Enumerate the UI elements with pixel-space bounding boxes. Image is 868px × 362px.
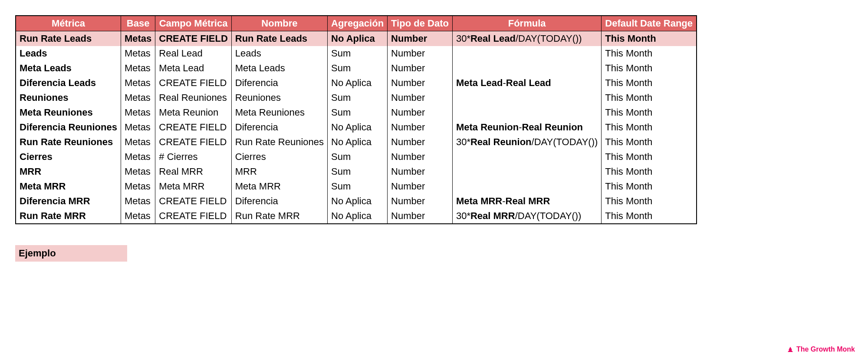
table-header-row: Métrica Base Campo Métrica Nombre Agrega…	[16, 16, 697, 31]
table-row: Meta ReunionesMetasMeta ReunionMeta Reun…	[16, 105, 697, 120]
cell-metrica: Run Rate MRR	[16, 209, 121, 224]
cell-nombre: Diferencia	[231, 120, 327, 135]
cell-metrica: Meta MRR	[16, 179, 121, 194]
cell-base: Metas	[121, 179, 155, 194]
table-row: Run Rate LeadsMetasCREATE FIELDRun Rate …	[16, 31, 697, 46]
table-row: Run Rate ReunionesMetasCREATE FIELDRun R…	[16, 135, 697, 149]
cell-metrica: Meta Leads	[16, 61, 121, 76]
cell-base: Metas	[121, 61, 155, 76]
cell-base: Metas	[121, 194, 155, 209]
table-row: Diferencia ReunionesMetasCREATE FIELDDif…	[16, 120, 697, 135]
cell-base: Metas	[121, 105, 155, 120]
cell-range: This Month	[602, 61, 697, 76]
cell-agregacion: Sum	[328, 46, 388, 61]
cell-tipo: Number	[388, 209, 453, 224]
cell-campo: CREATE FIELD	[155, 194, 231, 209]
cell-tipo: Number	[388, 149, 453, 164]
cell-campo: Meta MRR	[155, 179, 231, 194]
cell-nombre: Diferencia	[231, 76, 327, 90]
cell-tipo: Number	[388, 120, 453, 135]
cell-campo: Real Reuniones	[155, 90, 231, 105]
cell-campo: CREATE FIELD	[155, 120, 231, 135]
cell-nombre: Meta Reuniones	[231, 105, 327, 120]
brand-badge: The Growth Monk	[787, 345, 855, 353]
cell-range: This Month	[602, 31, 697, 46]
col-header-campo: Campo Métrica	[155, 16, 231, 31]
cell-formula: 30*Real Lead/DAY(TODAY())	[452, 31, 601, 46]
table-row: CierresMetas# CierresCierresSumNumberThi…	[16, 149, 697, 164]
metrics-table: Métrica Base Campo Métrica Nombre Agrega…	[15, 15, 697, 224]
cell-campo: CREATE FIELD	[155, 76, 231, 90]
cell-formula	[452, 61, 601, 76]
cell-formula	[452, 179, 601, 194]
cell-nombre: MRR	[231, 164, 327, 179]
cell-nombre: Leads	[231, 46, 327, 61]
cell-nombre: Run Rate Reuniones	[231, 135, 327, 149]
cell-tipo: Number	[388, 179, 453, 194]
table-row: Run Rate MRRMetasCREATE FIELDRun Rate MR…	[16, 209, 697, 224]
cell-range: This Month	[602, 179, 697, 194]
cell-range: This Month	[602, 149, 697, 164]
cell-metrica: Diferencia MRR	[16, 194, 121, 209]
cell-base: Metas	[121, 76, 155, 90]
col-header-range: Default Date Range	[602, 16, 697, 31]
cell-nombre: Cierres	[231, 149, 327, 164]
cell-range: This Month	[602, 194, 697, 209]
cell-nombre: Meta MRR	[231, 179, 327, 194]
col-header-tipo: Tipo de Dato	[388, 16, 453, 31]
cell-agregacion: No Aplica	[328, 135, 388, 149]
cell-base: Metas	[121, 149, 155, 164]
cell-agregacion: No Aplica	[328, 209, 388, 224]
cell-agregacion: No Aplica	[328, 194, 388, 209]
cell-base: Metas	[121, 120, 155, 135]
cell-base: Metas	[121, 164, 155, 179]
cell-nombre: Run Rate Leads	[231, 31, 327, 46]
cell-formula	[452, 46, 601, 61]
cell-agregacion: Sum	[328, 164, 388, 179]
cell-agregacion: Sum	[328, 105, 388, 120]
cell-range: This Month	[602, 135, 697, 149]
table-row: Diferencia MRRMetasCREATE FIELDDiferenci…	[16, 194, 697, 209]
cell-nombre: Diferencia	[231, 194, 327, 209]
cell-formula: Meta Lead-Real Lead	[452, 76, 601, 90]
cell-campo: CREATE FIELD	[155, 135, 231, 149]
cell-range: This Month	[602, 46, 697, 61]
col-header-nombre: Nombre	[231, 16, 327, 31]
cell-range: This Month	[602, 209, 697, 224]
brand-name: The Growth Monk	[796, 345, 855, 353]
cell-base: Metas	[121, 135, 155, 149]
cell-metrica: Run Rate Leads	[16, 31, 121, 46]
col-header-base: Base	[121, 16, 155, 31]
cell-tipo: Number	[388, 76, 453, 90]
cell-metrica: Diferencia Reuniones	[16, 120, 121, 135]
cell-metrica: Reuniones	[16, 90, 121, 105]
cell-metrica: Meta Reuniones	[16, 105, 121, 120]
cell-tipo: Number	[388, 31, 453, 46]
cell-tipo: Number	[388, 90, 453, 105]
cell-metrica: Diferencia Leads	[16, 76, 121, 90]
cell-range: This Month	[602, 164, 697, 179]
cell-range: This Month	[602, 105, 697, 120]
cell-agregacion: Sum	[328, 149, 388, 164]
cell-range: This Month	[602, 76, 697, 90]
cell-formula: 30*Real MRR/DAY(TODAY())	[452, 209, 601, 224]
cell-tipo: Number	[388, 135, 453, 149]
cell-agregacion: Sum	[328, 61, 388, 76]
cell-nombre: Meta Leads	[231, 61, 327, 76]
cell-agregacion: Sum	[328, 90, 388, 105]
cell-base: Metas	[121, 31, 155, 46]
cell-formula	[452, 90, 601, 105]
cell-campo: Real MRR	[155, 164, 231, 179]
cell-nombre: Reuniones	[231, 90, 327, 105]
cell-range: This Month	[602, 90, 697, 105]
cell-campo: Meta Lead	[155, 61, 231, 76]
cell-formula: Meta Reunion-Real Reunion	[452, 120, 601, 135]
cell-campo: # Cierres	[155, 149, 231, 164]
cell-campo: CREATE FIELD	[155, 31, 231, 46]
cell-campo: Meta Reunion	[155, 105, 231, 120]
cell-tipo: Number	[388, 194, 453, 209]
cell-base: Metas	[121, 209, 155, 224]
cell-tipo: Number	[388, 164, 453, 179]
cell-metrica: Cierres	[16, 149, 121, 164]
table-row: Diferencia LeadsMetasCREATE FIELDDiferen…	[16, 76, 697, 90]
